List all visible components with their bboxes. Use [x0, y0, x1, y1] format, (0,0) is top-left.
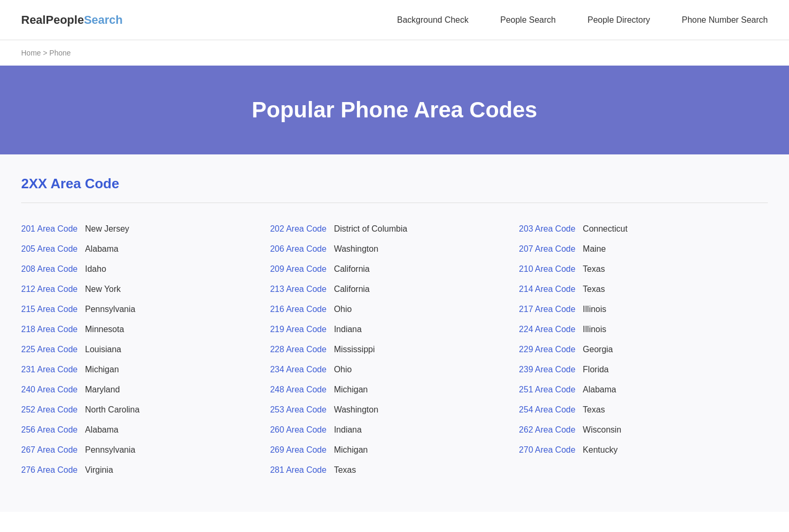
- breadcrumb: Home > Phone: [0, 40, 789, 66]
- area-code-link[interactable]: 229 Area Code: [519, 345, 575, 354]
- area-code-link[interactable]: 270 Area Code: [519, 445, 575, 455]
- area-code-link[interactable]: 216 Area Code: [270, 305, 327, 314]
- area-code-state: Connecticut: [583, 224, 628, 234]
- hero-title: Popular Phone Area Codes: [21, 97, 768, 123]
- divider: [21, 203, 768, 203]
- area-code-link[interactable]: 215 Area Code: [21, 305, 78, 314]
- area-code-state: New Jersey: [85, 224, 130, 234]
- area-code-state: Louisiana: [85, 345, 122, 354]
- area-code-state: Illinois: [583, 305, 606, 314]
- area-code-link[interactable]: 269 Area Code: [270, 445, 327, 455]
- area-code-link[interactable]: 205 Area Code: [21, 244, 78, 254]
- hero-section: Popular Phone Area Codes: [0, 66, 789, 154]
- area-code-state: Michigan: [85, 365, 119, 374]
- breadcrumb-current: Phone: [49, 49, 70, 57]
- nav-people-directory[interactable]: People Directory: [588, 15, 650, 25]
- area-code-link[interactable]: 207 Area Code: [519, 244, 575, 254]
- area-code-state: Alabama: [85, 244, 118, 254]
- area-code-cell: 269 Area CodeMichigan: [270, 440, 519, 460]
- header: RealPeopleSearch Background Check People…: [0, 0, 789, 40]
- area-code-link[interactable]: 202 Area Code: [270, 224, 327, 234]
- area-code-link[interactable]: 224 Area Code: [519, 325, 575, 334]
- area-code-cell: 240 Area CodeMaryland: [21, 380, 270, 400]
- area-code-cell: 251 Area CodeAlabama: [519, 380, 768, 400]
- nav-phone-number-search[interactable]: Phone Number Search: [682, 15, 768, 25]
- area-code-state: Texas: [583, 285, 605, 294]
- area-code-cell: 205 Area CodeAlabama: [21, 239, 270, 259]
- area-code-cell: 276 Area CodeVirginia: [21, 460, 270, 480]
- area-code-state: Idaho: [85, 264, 106, 274]
- area-code-link[interactable]: 251 Area Code: [519, 385, 575, 395]
- area-code-cell: 207 Area CodeMaine: [519, 239, 768, 259]
- nav-people-search[interactable]: People Search: [500, 15, 556, 25]
- area-code-state: District of Columbia: [334, 224, 407, 234]
- area-code-cell: 281 Area CodeTexas: [270, 460, 519, 480]
- area-code-cell: 231 Area CodeMichigan: [21, 360, 270, 380]
- area-code-cell: 201 Area CodeNew Jersey: [21, 219, 270, 239]
- area-code-link[interactable]: 212 Area Code: [21, 285, 78, 294]
- area-code-state: Michigan: [334, 385, 368, 395]
- area-code-grid: 201 Area CodeNew Jersey202 Area CodeDist…: [21, 219, 768, 480]
- area-code-state: Illinois: [583, 325, 606, 334]
- area-code-link[interactable]: 213 Area Code: [270, 285, 327, 294]
- area-code-state: Pennsylvania: [85, 305, 135, 314]
- area-code-link[interactable]: 252 Area Code: [21, 405, 78, 415]
- area-code-link[interactable]: 228 Area Code: [270, 345, 327, 354]
- area-code-link[interactable]: 256 Area Code: [21, 425, 78, 435]
- area-code-cell: 267 Area CodePennsylvania: [21, 440, 270, 460]
- area-code-link[interactable]: 208 Area Code: [21, 264, 78, 274]
- area-code-state: Texas: [334, 465, 356, 475]
- nav: Background Check People Search People Di…: [397, 15, 768, 25]
- nav-background-check[interactable]: Background Check: [397, 15, 469, 25]
- area-code-link[interactable]: 253 Area Code: [270, 405, 327, 415]
- breadcrumb-home[interactable]: Home: [21, 49, 41, 57]
- area-code-link[interactable]: 218 Area Code: [21, 325, 78, 334]
- area-code-link[interactable]: 209 Area Code: [270, 264, 327, 274]
- area-code-state: Maine: [583, 244, 606, 254]
- area-code-link[interactable]: 262 Area Code: [519, 425, 575, 435]
- area-code-link[interactable]: 240 Area Code: [21, 385, 78, 395]
- area-code-link[interactable]: 201 Area Code: [21, 224, 78, 234]
- area-code-link[interactable]: 206 Area Code: [270, 244, 327, 254]
- area-code-state: California: [334, 285, 370, 294]
- area-code-link[interactable]: 225 Area Code: [21, 345, 78, 354]
- area-code-link[interactable]: 210 Area Code: [519, 264, 575, 274]
- area-code-cell: 215 Area CodePennsylvania: [21, 299, 270, 319]
- area-code-link[interactable]: 231 Area Code: [21, 365, 78, 374]
- area-code-cell: 260 Area CodeIndiana: [270, 420, 519, 440]
- area-code-link[interactable]: 217 Area Code: [519, 305, 575, 314]
- area-code-link[interactable]: 203 Area Code: [519, 224, 575, 234]
- area-code-state: Alabama: [583, 385, 616, 395]
- area-code-cell: 229 Area CodeGeorgia: [519, 340, 768, 360]
- area-code-link[interactable]: 239 Area Code: [519, 365, 575, 374]
- area-code-cell: 217 Area CodeIllinois: [519, 299, 768, 319]
- area-code-cell: 219 Area CodeIndiana: [270, 319, 519, 340]
- area-code-cell: 256 Area CodeAlabama: [21, 420, 270, 440]
- area-code-link[interactable]: 248 Area Code: [270, 385, 327, 395]
- area-code-state: Wisconsin: [583, 425, 621, 435]
- area-code-link[interactable]: 254 Area Code: [519, 405, 575, 415]
- area-code-state: Michigan: [334, 445, 368, 455]
- area-code-link[interactable]: 281 Area Code: [270, 465, 327, 475]
- area-code-link[interactable]: 260 Area Code: [270, 425, 327, 435]
- area-code-link[interactable]: 276 Area Code: [21, 465, 78, 475]
- area-code-link[interactable]: 214 Area Code: [519, 285, 575, 294]
- area-code-cell: 213 Area CodeCalifornia: [270, 279, 519, 299]
- area-code-state: Virginia: [85, 465, 113, 475]
- area-code-cell: 202 Area CodeDistrict of Columbia: [270, 219, 519, 239]
- area-code-link[interactable]: 267 Area Code: [21, 445, 78, 455]
- area-code-cell: 210 Area CodeTexas: [519, 259, 768, 279]
- main-content: 2XX Area Code 201 Area CodeNew Jersey202…: [0, 154, 789, 512]
- area-code-cell: 228 Area CodeMississippi: [270, 340, 519, 360]
- area-code-state: Washington: [334, 244, 378, 254]
- area-code-cell: 206 Area CodeWashington: [270, 239, 519, 259]
- logo[interactable]: RealPeopleSearch: [21, 13, 123, 27]
- area-code-state: Alabama: [85, 425, 118, 435]
- area-code-state: Ohio: [334, 365, 352, 374]
- area-code-cell: 212 Area CodeNew York: [21, 279, 270, 299]
- area-code-cell: 218 Area CodeMinnesota: [21, 319, 270, 340]
- area-code-state: North Carolina: [85, 405, 140, 415]
- area-code-cell: 252 Area CodeNorth Carolina: [21, 400, 270, 420]
- area-code-link[interactable]: 234 Area Code: [270, 365, 327, 374]
- area-code-link[interactable]: 219 Area Code: [270, 325, 327, 334]
